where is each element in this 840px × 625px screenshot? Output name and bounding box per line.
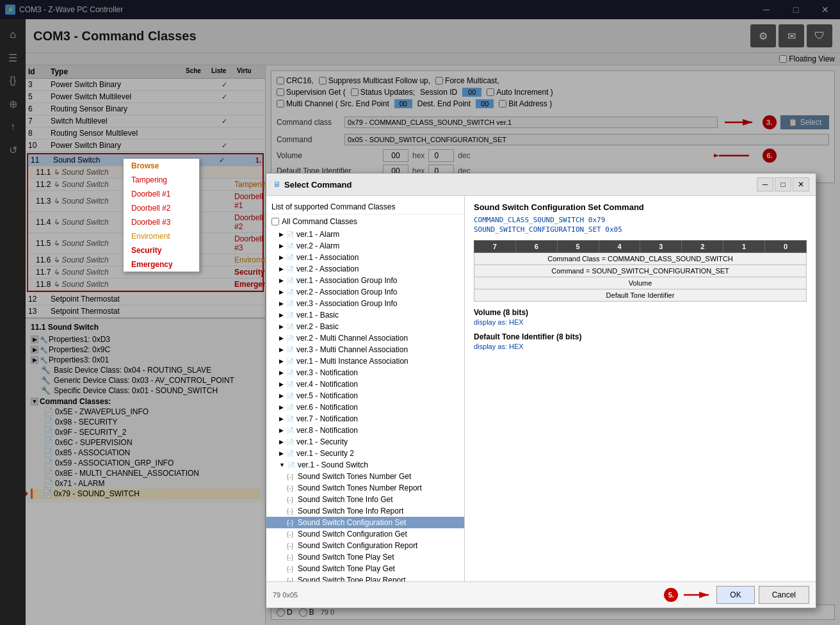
expand-alarm-v2[interactable]: ▶ [279, 243, 284, 249]
default-tone-field-title: Default Tone Identifier (8 bits) [474, 332, 807, 341]
list-item-mca-v2[interactable]: ▶ 📄 ver.2 - Multi Channel Association [266, 332, 464, 344]
context-doorbell3[interactable]: Doorbell #3 [124, 215, 199, 229]
volume-field-info: Volume (8 bits) display as: HEX [474, 308, 807, 326]
detail-byte-table: 7 6 5 4 3 2 1 0 Command Class = COMMAND_… [474, 240, 807, 302]
context-enviroment[interactable]: Enviroment [124, 229, 199, 243]
list-item-notif-v5[interactable]: ▶ 📄 ver.5 - Notification [266, 390, 464, 402]
list-item-soundswitch-v1[interactable]: ▼ 📄 ver.1 - Sound Switch [266, 459, 464, 471]
default-tone-field-sub: display as: HEX [474, 343, 807, 350]
list-item-security-v1[interactable]: ▶ 📄 ver.1 - Security [266, 436, 464, 448]
bit-header-4: 4 [599, 241, 640, 253]
cmd-cell: Command = SOUND_SWITCH_CONFIGURATION_SET [474, 265, 807, 277]
expand-alarm-v1[interactable]: ▶ [279, 231, 284, 238]
context-doorbell2[interactable]: Doorbell #2 [124, 201, 199, 215]
bit-header-2: 2 [682, 241, 723, 253]
all-classes-checkbox[interactable] [271, 218, 279, 225]
list-item-tone-play-get[interactable]: {-} Sound Switch Tone Play Get [266, 563, 464, 574]
list-item-notif-v4[interactable]: ▶ 📄 ver.4 - Notification [266, 378, 464, 390]
list-item-basic-v1[interactable]: ▶ 📄 ver.1 - Basic [266, 309, 464, 321]
ok-button[interactable]: OK [716, 586, 754, 604]
table-row-volume: Volume [474, 277, 807, 289]
list-item-mca-v3[interactable]: ▶ 📄 ver.3 - Multi Channel Association [266, 344, 464, 355]
list-item-tone-info-report[interactable]: {-} Sound Switch Tone Info Report [266, 505, 464, 517]
footer-buttons: 5. OK Cancel [664, 586, 809, 604]
list-item-config-set-selected[interactable]: ➜ 4. {-} Sound Switch Configuration Set [266, 517, 464, 528]
all-command-classes[interactable]: All Command Classes [266, 215, 464, 229]
list-item-config-report[interactable]: {-} Sound Switch Configuration Report [266, 540, 464, 551]
bit-header-0: 0 [765, 241, 807, 253]
dialog-title-bar: 🖥 Select Command ─ □ ✕ [266, 174, 816, 196]
table-row-cmd: Command = SOUND_SWITCH_CONFIGURATION_SET [474, 265, 807, 277]
list-item-alarm-v1[interactable]: ▶ 📄 ver.1 - Alarm [266, 229, 464, 240]
dialog-maximize-btn[interactable]: □ [775, 177, 791, 191]
volume-cell: Volume [474, 277, 807, 289]
dialog-close-btn[interactable]: ✕ [793, 177, 809, 191]
cmd-detail-panel: Sound Switch Configuration Set Command C… [465, 196, 816, 581]
cmd-class-cell: Command Class = COMMAND_CLASS_SOUND_SWIT… [474, 253, 807, 265]
list-item-basic-v2[interactable]: ▶ 📄 ver.2 - Basic [266, 321, 464, 332]
list-item-assoc-grp-v2[interactable]: ▶ 📄 ver.2 - Association Group Info [266, 286, 464, 298]
bit-header-6: 6 [515, 241, 557, 253]
bit-header-3: 3 [640, 241, 682, 253]
detail-cmd-title: Sound Switch Configuration Set Command [474, 202, 807, 212]
annotation-5-area: 5. [664, 586, 713, 604]
context-security[interactable]: Security [124, 243, 199, 257]
list-item-tones-report[interactable]: {-} Sound Switch Tones Number Report [266, 482, 464, 494]
list-item-alarm-v2[interactable]: ▶ 📄 ver.2 - Alarm [266, 240, 464, 252]
context-menu: Browse Tampering Doorbell #1 Doorbell #2… [123, 158, 200, 272]
context-doorbell1[interactable]: Doorbell #1 [124, 187, 199, 201]
detail-code-1: COMMAND_CLASS_SOUND_SWITCH 0x79 [474, 216, 807, 224]
context-browse[interactable]: Browse [124, 159, 199, 173]
list-item-security2-v1[interactable]: ▶ 📄 ver.1 - Security 2 [266, 448, 464, 459]
volume-field-title: Volume (8 bits) [474, 308, 807, 317]
list-item-assoc-v2[interactable]: ▶ 📄 ver.2 - Association [266, 263, 464, 275]
context-emergency[interactable]: Emergency [124, 257, 199, 272]
dialog-title-text: Select Command [284, 180, 351, 190]
list-item-tones-get[interactable]: {-} Sound Switch Tones Number Get [266, 471, 464, 482]
list-item-tone-play-set[interactable]: {-} Sound Switch Tone Play Set [266, 551, 464, 563]
list-item-config-get[interactable]: {-} Sound Switch Configuration Get [266, 528, 464, 540]
list-item-assoc-v1[interactable]: ▶ 📄 ver.1 - Association [266, 252, 464, 263]
list-item-notif-v7[interactable]: ▶ 📄 ver.7 - Notification [266, 413, 464, 425]
dialog-footer: 79 0x05 5. OK Cancel [266, 581, 816, 608]
dialog-title-controls: ─ □ ✕ [757, 177, 809, 191]
cancel-button[interactable]: Cancel [759, 586, 809, 604]
annotation-num-5: 5. [664, 588, 678, 602]
bit-header-5: 5 [557, 241, 599, 253]
list-header: List of supported Command Classes [266, 200, 464, 215]
volume-field-sub: display as: HEX [474, 318, 807, 326]
list-item-tone-play-report[interactable]: {-} Sound Switch Tone Play Report [266, 574, 464, 581]
table-row-cmd-class: Command Class = COMMAND_CLASS_SOUND_SWIT… [474, 253, 807, 265]
dialog-title-area: 🖥 Select Command [273, 180, 351, 190]
list-item-notif-v3[interactable]: ▶ 📄 ver.3 - Notification [266, 367, 464, 378]
dialog-body: List of supported Command Classes All Co… [266, 196, 816, 581]
detail-code-2: SOUND_SWITCH_CONFIGURATION_SET 0x05 [474, 225, 807, 234]
list-item-mia-v1[interactable]: ▶ 📄 ver.1 - Multi Instance Association [266, 355, 464, 367]
list-item-assoc-grp-v3[interactable]: ▶ 📄 ver.3 - Association Group Info [266, 298, 464, 309]
list-item-tone-info-get[interactable]: {-} Sound Switch Tone Info Get [266, 494, 464, 505]
select-command-dialog: 🖥 Select Command ─ □ ✕ List of supported… [266, 173, 816, 608]
list-item-assoc-grp-v1[interactable]: ▶ 📄 ver.1 - Association Group Info [266, 275, 464, 286]
list-item-notif-v8[interactable]: ▶ 📄 ver.8 - Notification [266, 425, 464, 436]
footer-tx-value: 79 0x05 [273, 591, 298, 599]
default-tone-field-info: Default Tone Identifier (8 bits) display… [474, 332, 807, 350]
annotation-arrow-5 [681, 586, 713, 604]
table-row-default-tone: Default Tone Identifier [474, 289, 807, 302]
list-item-notif-v6[interactable]: ▶ 📄 ver.6 - Notification [266, 402, 464, 413]
dialog-title-icon: 🖥 [273, 180, 280, 189]
bit-header-1: 1 [723, 241, 765, 253]
context-tampering[interactable]: Tampering [124, 173, 199, 187]
default-tone-cell: Default Tone Identifier [474, 289, 807, 302]
cmd-list-panel: List of supported Command Classes All Co… [266, 196, 465, 581]
dialog-minimize-btn[interactable]: ─ [757, 177, 773, 191]
bit-header-7: 7 [474, 241, 516, 253]
